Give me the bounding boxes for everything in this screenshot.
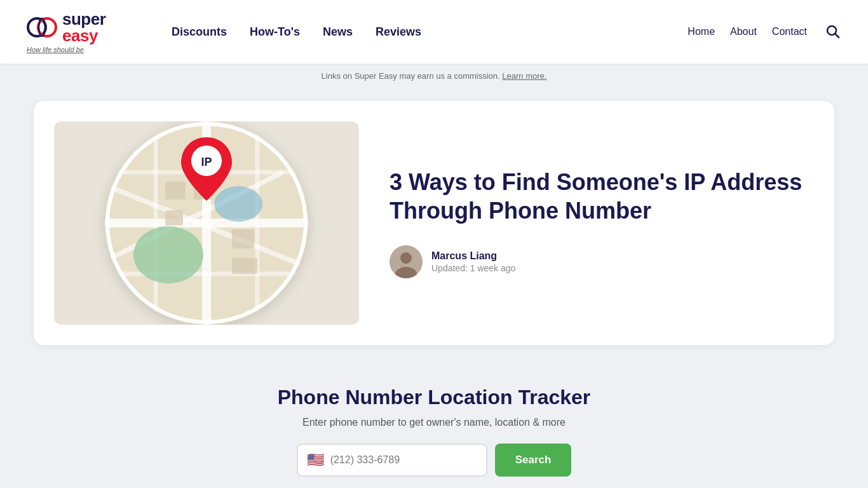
tracker-input-row: 🇺🇸 Search [224,444,644,477]
article-card: IP 3 Ways to Find Someone's IP Address T… [34,101,834,345]
svg-rect-19 [232,229,254,248]
svg-rect-18 [165,210,183,226]
svg-text:IP: IP [201,156,212,168]
logo-easy-text: easy [62,27,105,44]
author-updated: Updated: 1 week ago [431,263,515,273]
svg-point-26 [400,252,412,264]
phone-input-wrapper: 🇺🇸 [297,444,487,477]
logo-tagline: How life should be [25,46,84,53]
author-name: Marcus Liang [431,250,515,262]
svg-rect-20 [232,258,257,274]
learn-more-link[interactable]: Learn more. [502,71,546,81]
right-nav: Home About Contact [688,21,843,43]
svg-point-14 [133,226,203,283]
announcement-bar: Links on Super Easy may earn us a commis… [0,64,868,88]
search-btn[interactable]: Search [495,444,572,477]
phone-input[interactable] [330,454,477,466]
site-header: super easy How life should be Discounts … [0,0,868,64]
article-info: 3 Ways to Find Someone's IP Address Thro… [390,168,814,278]
nav-contact[interactable]: Contact [772,26,807,37]
search-icon [825,24,840,39]
map-illustration: IP [105,121,308,325]
map-pin: IP [178,134,235,207]
tracker-subtitle: Enter phone number to get owner's name, … [224,417,644,428]
logo-icon [25,11,58,44]
nav-home[interactable]: Home [688,26,715,37]
author-avatar [390,245,423,278]
tracker-widget: Phone Number Location Tracker Enter phon… [199,360,669,488]
tracker-title: Phone Number Location Tracker [224,386,644,409]
nav-news[interactable]: News [323,25,353,39]
nav-discounts[interactable]: Discounts [172,25,227,39]
search-button[interactable] [822,21,843,43]
article-image: IP [54,121,359,325]
main-content: IP 3 Ways to Find Someone's IP Address T… [21,101,847,488]
logo[interactable]: super easy How life should be [25,11,133,53]
logo-super-text: super [62,11,105,27]
article-title: 3 Ways to Find Someone's IP Address Thro… [390,168,814,225]
announcement-text: Links on Super Easy may earn us a commis… [322,71,500,81]
author-details: Marcus Liang Updated: 1 week ago [431,250,515,273]
nav-reviews[interactable]: Reviews [376,25,421,39]
author-row: Marcus Liang Updated: 1 week ago [390,245,814,278]
main-nav: Discounts How-To's News Reviews [172,25,688,39]
svg-line-4 [836,34,839,37]
flag-icon: 🇺🇸 [307,453,324,467]
nav-howtos[interactable]: How-To's [250,25,300,39]
nav-about[interactable]: About [730,26,757,37]
